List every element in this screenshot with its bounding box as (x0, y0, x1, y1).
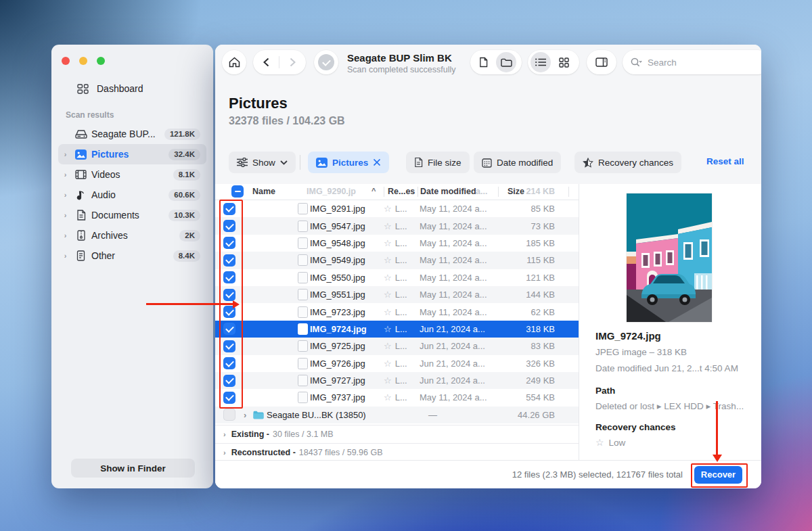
row-checkbox[interactable] (223, 289, 235, 301)
sidebar-item-other[interactable]: › Other 8.4K (58, 246, 206, 266)
back-button[interactable] (253, 57, 279, 67)
row-checkbox[interactable] (223, 254, 235, 267)
row-checkbox[interactable] (223, 340, 235, 352)
sidebar-item-pictures[interactable]: › Pictures 32.4K (58, 144, 206, 164)
chevron-right-icon[interactable]: › (58, 191, 72, 199)
table-row[interactable]: IMG_9291.jpg ☆L... May 11, 2024 a... 85 … (215, 200, 579, 217)
chevron-right-icon[interactable]: › (58, 150, 72, 158)
preview-panel-toggle[interactable] (587, 50, 616, 74)
table-row[interactable]: IMG_9551.jpg ☆L... May 11, 2024 a... 144… (215, 286, 579, 303)
sidebar-item-seagate[interactable]: Seagate BUP... 121.8K (58, 124, 206, 144)
grid-view-button[interactable] (551, 57, 577, 68)
star-icon[interactable]: ☆ (384, 341, 392, 351)
star-icon[interactable]: ☆ (384, 324, 392, 334)
table-row[interactable]: IMG_9548.jpg ☆L... May 11, 2024 a... 185… (215, 235, 579, 252)
star-icon[interactable]: ☆ (384, 359, 392, 369)
star-icon[interactable]: ☆ (384, 375, 392, 386)
row-checkbox-unchecked[interactable] (223, 409, 235, 421)
table-row[interactable]: IMG_9547.jpg ☆L... May 11, 2024 a... 73 … (215, 217, 579, 234)
row-checkbox[interactable] (223, 375, 235, 387)
files-view-button[interactable] (470, 57, 496, 68)
star-icon[interactable]: ☆ (384, 204, 392, 214)
search-field[interactable] (623, 50, 761, 74)
filter-chip-pictures[interactable]: Pictures (308, 152, 389, 173)
row-checkbox[interactable] (223, 271, 235, 283)
star-icon[interactable]: ☆ (384, 238, 392, 248)
chevron-right-icon[interactable]: › (223, 448, 226, 457)
sidebar-item-documents[interactable]: › Documents 10.3K (58, 205, 206, 225)
chevron-right-icon[interactable]: › (58, 252, 72, 260)
section-existing[interactable]: › Existing - 30 files / 3.1 MB (215, 425, 579, 443)
scan-status-button[interactable] (314, 50, 338, 74)
sidebar-item-dashboard[interactable]: Dashboard (58, 79, 206, 98)
sidebar-nav: Seagate BUP... 121.8K › Pictures 32.4K ›… (58, 124, 206, 266)
table-row-folder[interactable]: › Seagate BU...BK (13850) — 44.26 GB (215, 407, 579, 423)
star-icon[interactable]: ☆ (384, 221, 392, 231)
chevron-right-icon[interactable]: › (58, 231, 72, 239)
chevron-right-icon[interactable]: › (58, 170, 72, 179)
row-checkbox[interactable] (223, 357, 235, 369)
list-view-button[interactable] (531, 52, 551, 72)
file-name: IMG_9737.jpg (310, 392, 384, 402)
row-checkbox[interactable] (223, 220, 235, 232)
forward-button[interactable] (279, 57, 305, 67)
image-file-icon (298, 323, 308, 335)
file-name: IMG_9551.jpg (310, 290, 384, 300)
scan-title: Seagate BUP Slim BK (347, 52, 456, 64)
recovery-value: L... (395, 341, 407, 351)
show-in-finder-button[interactable]: Show in Finder (71, 459, 195, 478)
star-icon[interactable]: ☆ (384, 290, 392, 300)
sidebar-item-archives[interactable]: › Archives 2K (58, 225, 206, 246)
row-checkbox[interactable] (223, 237, 235, 249)
filter-chip-recovery-chances[interactable]: Recovery chances (574, 152, 681, 173)
folders-view-button[interactable] (496, 52, 516, 72)
chevron-right-icon (290, 57, 296, 67)
row-checkbox[interactable] (223, 323, 235, 335)
star-icon[interactable]: ☆ (384, 307, 392, 317)
show-filter-dropdown[interactable]: Show (229, 152, 296, 173)
date-modified: May 11, 2024 a... (418, 392, 498, 402)
search-input[interactable] (646, 57, 737, 68)
chevron-right-icon[interactable]: › (223, 430, 226, 438)
recover-button[interactable]: Recover (694, 466, 742, 484)
column-header-recovery[interactable]: Re...es (388, 187, 415, 196)
row-checkbox[interactable] (223, 306, 235, 318)
sort-ascending-icon[interactable]: ^ (371, 187, 376, 195)
file-size: 185 KB (498, 238, 555, 248)
chevron-right-icon[interactable]: › (244, 410, 253, 420)
preview-recovery-value: Low (609, 438, 626, 448)
select-all-checkbox[interactable] (231, 185, 244, 198)
table-row[interactable]: IMG_9725.jpg ☆L... Jun 21, 2024 a... 83 … (215, 338, 579, 354)
table-row[interactable]: IMG_9737.jpg ☆L... May 11, 2024 a... 554… (215, 389, 579, 406)
zoom-window-button[interactable] (97, 57, 105, 65)
sidebar-item-videos[interactable]: › Videos 8.1K (58, 164, 206, 185)
row-checkbox[interactable] (223, 203, 235, 215)
sidebar-item-audio[interactable]: › Audio 60.6K (58, 185, 206, 205)
column-header-name[interactable]: Name (252, 187, 275, 196)
drive-icon (72, 129, 89, 139)
table-row[interactable]: IMG_9549.jpg ☆L... May 11, 2024 a... 115… (215, 252, 579, 269)
row-checkbox[interactable] (223, 392, 235, 404)
table-row[interactable]: IMG_9726.jpg ☆L... Jun 21, 2024 a... 326… (215, 355, 579, 372)
chevron-right-icon[interactable]: › (58, 211, 72, 219)
column-header-size[interactable]: Size (508, 187, 524, 196)
close-icon[interactable] (373, 158, 381, 166)
close-window-button[interactable] (62, 57, 70, 65)
sliders-icon (237, 158, 248, 167)
table-row[interactable]: IMG_9727.jpg ☆L... Jun 21, 2024 a... 249… (215, 372, 579, 389)
table-row[interactable]: IMG_9550.jpg ☆L... May 11, 2024 a... 121… (215, 269, 579, 286)
filter-chip-date-modified[interactable]: Date modified (474, 152, 561, 173)
filter-chip-file-size[interactable]: File size (406, 152, 470, 173)
section-reconstructed[interactable]: › Reconstructed - 18437 files / 59.96 GB (215, 443, 579, 462)
star-icon[interactable]: ☆ (384, 392, 392, 402)
table-row-selected[interactable]: IMG_9724.jpg ☆L... Jun 21, 2024 a... 318… (215, 321, 579, 338)
minimize-window-button[interactable] (79, 57, 87, 65)
date-modified: May 11, 2024 a... (418, 204, 498, 214)
star-icon[interactable]: ☆ (384, 273, 392, 283)
home-button[interactable] (222, 50, 246, 74)
star-icon[interactable]: ☆ (384, 255, 392, 265)
sidebar-item-label: Documents (91, 210, 139, 221)
column-header-date[interactable]: Date modified (420, 187, 476, 196)
reset-all-link[interactable]: Reset all (706, 156, 744, 166)
table-row[interactable]: IMG_9723.jpg ☆L... May 11, 2024 a... 62 … (215, 303, 579, 320)
